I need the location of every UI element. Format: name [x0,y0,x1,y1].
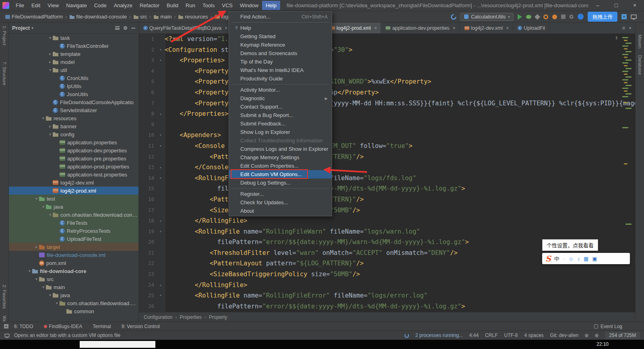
fold-icon[interactable] [157,152,165,162]
menu-code[interactable]: Code [91,1,110,10]
help-menu-item[interactable]: Getting Started [229,32,332,41]
fold-icon[interactable]: ▴ [157,216,165,226]
menu-window[interactable]: Window [236,1,262,10]
minimize-button[interactable]: – [588,0,607,11]
tree-arrow-icon[interactable]: ▾ [47,36,53,40]
tree-row[interactable]: application-dev.properties [9,146,138,154]
tree-row[interactable]: RetryProcessTests [9,227,138,235]
tree-row[interactable]: ▾com.ohaotian.filedownload.core [9,299,138,307]
code-line[interactable]: 24▴ </RollingFile> [139,280,635,291]
code-line[interactable]: 15 filePattern="error/$${date:yyyy-MM}/d… [139,183,635,194]
help-menu-item[interactable]: Submit a Bug Report... [229,111,332,119]
tree-row[interactable]: ▾java [9,291,138,299]
fold-icon[interactable] [157,34,165,45]
tree-row[interactable]: UploadFileTest [9,235,138,243]
help-menu-item[interactable]: Edit Custom Properties... [229,162,332,170]
plugin-circle-icon[interactable] [578,14,584,20]
help-menu-item[interactable]: Contact Support... [229,103,332,111]
menu-refactor[interactable]: Refactor [136,1,163,10]
line-ending-selector[interactable]: CRLF [485,333,497,338]
fold-icon[interactable] [157,301,165,312]
tree-arrow-icon[interactable]: ▸ [47,60,53,64]
menu-navigate[interactable]: Navigate [62,1,90,10]
background-processes-link[interactable]: 2 processes running... [415,333,463,338]
fold-icon[interactable] [157,205,165,216]
help-menu-item[interactable]: Debug Log Settings... [229,179,332,187]
code-line[interactable]: 26 filePattern="error/$${date:yyyy-MM}/d… [139,301,635,312]
tab-close-icon[interactable]: × [225,25,227,31]
toolwindow-toggle-icon[interactable] [5,334,10,337]
code-line[interactable]: 19▾ <RollingFile name="RollingFileWarn" … [139,226,635,237]
toolwindow-maven-button[interactable]: Maven [638,35,642,49]
code-line[interactable]: 2▾<Configuration status="WARN" monitorIn… [139,45,635,55]
gear-icon[interactable] [124,26,127,30]
coverage-button[interactable] [535,14,540,19]
tree-row[interactable]: ▸template [9,50,138,58]
editor-tab[interactable]: QueryFileTaskDetailReqBO.java× [139,23,232,33]
menu-analyze[interactable]: Analyze [110,1,136,10]
debug-button[interactable] [526,15,531,19]
help-menu-item[interactable]: Demos and Screencasts [229,49,332,57]
help-menu-item[interactable]: Submit Feedback... [229,119,332,128]
tree-row[interactable]: application-pre.properties [9,154,138,162]
tree-arrow-icon[interactable]: ▾ [41,116,46,120]
toolwindow-event-log-button[interactable]: Event Log [601,324,622,329]
help-menu-item[interactable]: Keymap Reference [229,41,332,49]
fold-icon[interactable] [157,87,165,98]
code-line[interactable]: 1<?xml version="1.0" encoding="UTF-8"?> [139,34,635,45]
fold-icon[interactable] [157,183,165,194]
fold-icon[interactable]: ▾ [157,141,165,152]
emoji-icon[interactable]: ☺ [568,256,574,261]
fold-icon[interactable]: ▴ [157,109,165,119]
code-line[interactable]: 8▴ </Properties> [139,109,635,119]
tree-arrow-icon[interactable]: ▾ [41,205,46,209]
fold-icon[interactable] [157,248,165,259]
tree-row[interactable]: ▸banner [9,122,138,130]
help-menu-item[interactable]: Compress Logs and Show in Explorer [229,145,332,153]
tree-row[interactable]: ▾resources [9,114,138,122]
tree-row[interactable]: FileTaskController [9,42,138,50]
error-stripe[interactable] [622,35,634,312]
help-menu-item[interactable]: Activity Monitor... [229,86,332,94]
tree-row[interactable]: ▾com.ohaotian.filedownload.consol [9,211,138,219]
code-line[interactable]: 3▾ <Properties> [139,55,635,66]
indent-selector[interactable]: 4 spaces [524,333,544,338]
chevron-down-icon[interactable]: ▾ [31,26,33,30]
fold-icon[interactable] [157,119,165,130]
code-breadcrumb-item[interactable]: Configuration [144,314,172,320]
tree-arrow-icon[interactable]: ▾ [47,68,53,72]
code-line[interactable]: 16 <PatternLayout pattern="${LOG_PATTERN… [139,194,635,205]
code-line[interactable]: 6 <Property name="LOG_LEVEL_PATTERN">%5p… [139,87,635,98]
fold-icon[interactable]: ▴ [157,280,165,291]
fold-icon[interactable]: ▾ [157,130,165,141]
tree-row[interactable]: CronUtils [9,74,138,82]
close-button[interactable]: × [625,0,644,11]
tree-row[interactable]: ▾util [9,66,138,74]
fold-icon[interactable] [157,194,165,205]
inspections-icon[interactable] [595,334,599,337]
code-breadcrumb-item[interactable]: Properties [180,314,202,320]
tree-row[interactable]: FileDownloadConsoleApplicatio [9,98,138,106]
tab-close-icon[interactable]: × [374,25,377,31]
tree-row[interactable]: ▾config [9,130,138,138]
editor-area[interactable]: 1<?xml version="1.0" encoding="UTF-8"?>2… [139,34,635,312]
tab-close-icon[interactable]: × [453,25,456,31]
fold-icon[interactable]: ▾ [157,45,165,55]
code-line[interactable]: 25▾ <RollingFile name="RollingFileError"… [139,290,635,301]
help-menu-item[interactable]: Diagnostic▶ [229,94,332,103]
ime-tooltip[interactable]: 个性设置，点我看看 [542,239,598,251]
tree-arrow-icon[interactable]: ▸ [34,245,39,249]
help-menu-item[interactable]: Check for Updates... [229,198,332,207]
wrench-icon[interactable] [450,13,458,21]
tree-arrow-icon[interactable]: ▾ [47,293,53,297]
toolbox-icon[interactable]: ▣ [592,256,597,261]
code-line[interactable]: 18▴ </RollingFile> [139,216,635,226]
fold-icon[interactable] [157,269,165,280]
code-line[interactable]: 12 <PatternLayout pattern="${LOG_PATTERN… [139,152,635,162]
memory-indicator[interactable]: 254 of 725M [605,332,640,339]
help-menu-item[interactable]: Productivity Guide [229,74,332,83]
help-menu-item[interactable]: Edit Custom VM Options... [229,170,332,179]
tree-arrow-icon[interactable]: ▾ [47,132,53,136]
help-menu-item[interactable]: Show Log in Explorer [229,128,332,136]
tab-close-icon[interactable]: × [506,25,509,31]
